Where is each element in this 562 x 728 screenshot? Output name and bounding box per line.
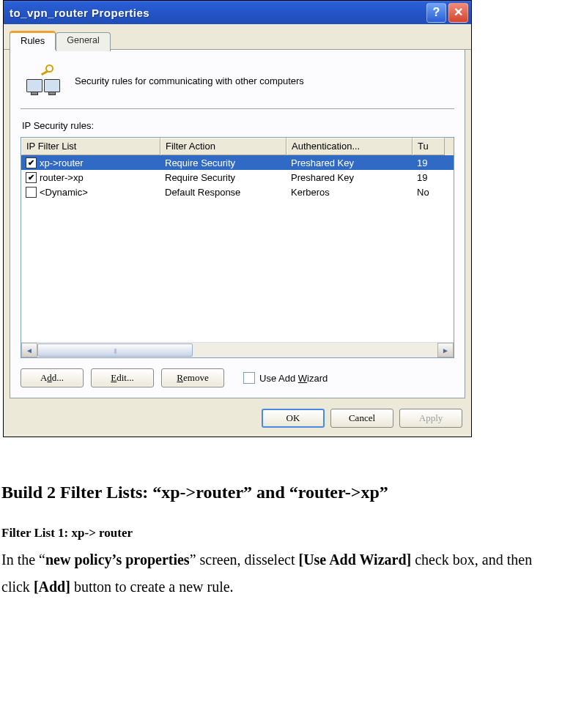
scroll-right-icon[interactable]: ►: [437, 343, 454, 357]
cell-authentication: Preshared Key: [286, 157, 413, 168]
window-title: to_vpn_router Properties: [10, 7, 426, 19]
horizontal-scrollbar[interactable]: ◄ ||| ►: [21, 342, 454, 357]
tab-panel: Security rules for communicating with ot…: [10, 50, 465, 398]
cell-tunnel: No: [413, 187, 445, 198]
row-checkbox[interactable]: ✔: [26, 157, 37, 168]
cell-filter-list: <Dynamic>: [40, 187, 88, 198]
cell-filter-action: Default Response: [160, 187, 286, 198]
cell-filter-list: xp->router: [40, 157, 84, 168]
network-security-icon: [26, 66, 62, 95]
cell-tunnel: 19: [413, 157, 445, 168]
cancel-button[interactable]: Cancel: [330, 409, 393, 428]
table-row[interactable]: ✔xp->routerRequire SecurityPreshared Key…: [21, 155, 454, 170]
cell-tunnel: 19: [413, 172, 445, 183]
cell-filter-action: Require Security: [160, 172, 286, 183]
col-filter-list[interactable]: IP Filter List: [21, 138, 160, 155]
listview-header: IP Filter List Filter Action Authenticat…: [21, 138, 454, 155]
properties-dialog: to_vpn_router Properties ? ✕ Rules Gener…: [3, 0, 472, 437]
cell-authentication: Kerberos: [286, 187, 413, 198]
help-button[interactable]: ?: [426, 3, 446, 23]
scroll-left-icon[interactable]: ◄: [21, 343, 37, 357]
cell-filter-list: router->xp: [40, 172, 84, 183]
table-row[interactable]: ✔router->xpRequire SecurityPreshared Key…: [21, 170, 454, 185]
cell-filter-action: Require Security: [160, 157, 286, 168]
col-tunnel[interactable]: Tu: [413, 138, 445, 155]
scrollbar-thumb[interactable]: |||: [37, 343, 193, 357]
doc-paragraph: In the “new policy’s properties” screen,…: [1, 546, 555, 601]
row-checkbox[interactable]: ✔: [26, 172, 37, 183]
ok-button[interactable]: OK: [262, 409, 325, 428]
col-authentication[interactable]: Authentication...: [286, 138, 413, 155]
doc-subheading: Filter List 1: xp-> router: [1, 526, 555, 541]
document-body: Build 2 Filter Lists: “xp->router” and “…: [0, 437, 562, 601]
rules-listview[interactable]: IP Filter List Filter Action Authenticat…: [21, 137, 454, 358]
apply-button[interactable]: Apply: [399, 409, 462, 428]
tab-rules[interactable]: Rules: [10, 31, 56, 50]
doc-heading: Build 2 Filter Lists: “xp->router” and “…: [1, 481, 555, 504]
col-filter-action[interactable]: Filter Action: [160, 138, 286, 155]
panel-description: Security rules for communicating with ot…: [75, 75, 304, 86]
rules-label: IP Security rules:: [22, 120, 454, 131]
divider: [21, 108, 454, 110]
cell-authentication: Preshared Key: [286, 172, 413, 183]
use-add-wizard-checkbox[interactable]: [243, 372, 255, 384]
row-checkbox[interactable]: [26, 187, 37, 198]
table-row[interactable]: <Dynamic>Default ResponseKerberosNo: [21, 185, 454, 199]
remove-button[interactable]: Remove: [161, 368, 224, 387]
edit-button[interactable]: Edit...: [91, 368, 154, 387]
listview-rows: ✔xp->routerRequire SecurityPreshared Key…: [21, 155, 454, 342]
use-add-wizard-label: Use Add Wizard: [259, 373, 328, 384]
add-button[interactable]: Add...: [21, 368, 84, 387]
close-button[interactable]: ✕: [448, 3, 468, 23]
tab-general[interactable]: General: [56, 32, 110, 51]
titlebar[interactable]: to_vpn_router Properties ? ✕: [4, 1, 471, 24]
tab-strip: Rules General: [4, 24, 471, 50]
